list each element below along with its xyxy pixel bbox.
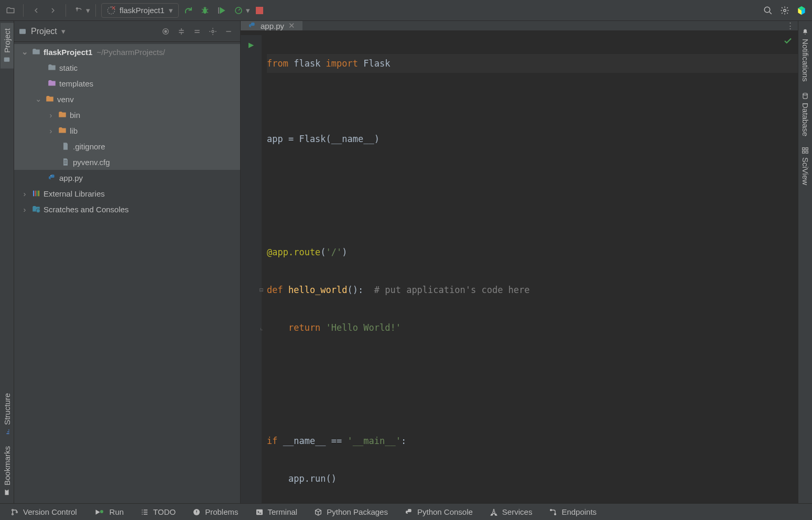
profile-icon[interactable] <box>231 3 246 18</box>
svg-rect-20 <box>803 151 805 153</box>
terminal-button[interactable]: Terminal <box>255 507 298 516</box>
code-editor[interactable]: ▶ from flask import Flask app = Flask(__… <box>241 31 798 503</box>
svg-point-17 <box>803 93 807 95</box>
stop-icon[interactable] <box>252 3 267 18</box>
svg-point-9 <box>165 30 167 32</box>
svg-rect-21 <box>806 151 808 153</box>
panel-settings-icon[interactable] <box>205 24 220 39</box>
svg-rect-18 <box>803 148 805 150</box>
debug-icon[interactable] <box>198 3 212 18</box>
svg-rect-13 <box>35 191 36 197</box>
svg-point-24 <box>16 511 18 513</box>
svg-rect-7 <box>19 29 26 34</box>
svg-point-11 <box>50 175 51 176</box>
editor-tabs: app.py ✕ ⋮ <box>241 21 798 31</box>
bottom-tool-bar: Version Control Run TODO Problems Termin… <box>0 503 812 520</box>
tree-bin-folder[interactable]: › bin <box>14 107 240 123</box>
bookmarks-tool-button[interactable]: Bookmarks <box>1 441 14 501</box>
svg-point-27 <box>493 511 495 513</box>
svg-point-23 <box>12 513 14 515</box>
project-panel: Project ▾ ⌄ flaskProject1 ~/PycharmProje… <box>14 21 241 503</box>
problems-button[interactable]: Problems <box>192 507 238 516</box>
vcs-icon[interactable] <box>71 3 86 18</box>
svg-point-5 <box>784 9 786 12</box>
svg-rect-26 <box>256 509 263 515</box>
services-button[interactable]: Services <box>490 507 533 516</box>
tree-apppy-file[interactable]: app.py <box>14 170 240 186</box>
project-panel-header: Project ▾ <box>14 21 240 42</box>
svg-point-10 <box>212 30 214 32</box>
editor-gutter: ▶ <box>241 35 262 503</box>
tree-scratches[interactable]: › Scratches and Consoles <box>14 201 240 217</box>
project-tool-button[interactable]: Project <box>1 23 14 69</box>
tree-gitignore-file[interactable]: .gitignore <box>14 138 240 154</box>
collapse-all-icon[interactable] <box>190 24 204 39</box>
hide-panel-icon[interactable] <box>221 24 236 39</box>
svg-point-4 <box>764 7 770 13</box>
python-packages-button[interactable]: Python Packages <box>314 507 388 516</box>
right-tool-strip: Notifications Database SciView <box>798 21 812 503</box>
tree-pyvenv-file[interactable]: pyvenv.cfg <box>14 154 240 170</box>
run-config-selector[interactable]: ✕ flaskProject1 ▾ <box>101 3 179 18</box>
svg-point-0 <box>76 7 79 10</box>
expand-all-icon[interactable] <box>174 24 189 39</box>
tree-templates-folder[interactable]: templates <box>14 75 240 91</box>
tree-external-libraries[interactable]: › External Libraries <box>14 186 240 201</box>
search-icon[interactable] <box>761 3 775 18</box>
svg-point-28 <box>550 509 552 511</box>
svg-point-16 <box>36 209 40 213</box>
left-tool-strip: Project Structure Bookmarks <box>0 21 14 503</box>
tree-static-folder[interactable]: static <box>14 60 240 75</box>
code-content[interactable]: from flask import Flask app = Flask(__na… <box>262 35 798 503</box>
back-icon[interactable] <box>29 3 44 18</box>
close-tab-icon[interactable]: ✕ <box>288 21 295 30</box>
tree-venv-folder[interactable]: ⌄ venv <box>14 91 240 107</box>
todo-button[interactable]: TODO <box>140 507 176 516</box>
database-tool-button[interactable]: Database <box>799 87 812 142</box>
svg-point-22 <box>12 509 14 511</box>
svg-point-29 <box>555 513 556 515</box>
open-icon[interactable] <box>3 3 18 18</box>
reload-icon[interactable] <box>181 3 196 18</box>
run-config-name: flaskProject1 <box>120 6 165 15</box>
ide-logo-icon[interactable] <box>794 3 809 18</box>
tab-more-icon[interactable]: ⋮ <box>782 21 798 30</box>
tree-root[interactable]: ⌄ flaskProject1 ~/PycharmProjects/ <box>14 44 240 60</box>
tab-apppy[interactable]: app.py ✕ <box>241 21 302 30</box>
main-toolbar: ▾ ✕ flaskProject1 ▾ ▾ <box>0 0 812 21</box>
chevron-down-icon[interactable]: ▾ <box>61 27 66 36</box>
run-coverage-icon[interactable] <box>214 3 229 18</box>
svg-point-1 <box>203 8 207 14</box>
inspection-ok-icon[interactable] <box>783 36 793 46</box>
tree-lib-folder[interactable]: › lib <box>14 123 240 138</box>
endpoints-button[interactable]: Endpoints <box>549 507 597 516</box>
notifications-tool-button[interactable]: Notifications <box>799 23 812 87</box>
svg-rect-15 <box>38 191 39 197</box>
select-opened-file-icon[interactable] <box>158 24 173 39</box>
svg-rect-19 <box>806 148 808 150</box>
svg-rect-3 <box>256 7 263 14</box>
forward-icon[interactable] <box>46 3 60 18</box>
run-button[interactable]: Run <box>94 507 124 516</box>
sciview-tool-button[interactable]: SciView <box>799 142 812 190</box>
svg-rect-6 <box>4 58 10 62</box>
version-control-button[interactable]: Version Control <box>10 507 77 516</box>
project-panel-title: Project <box>31 27 57 36</box>
python-console-button[interactable]: Python Console <box>405 507 473 516</box>
project-tree[interactable]: ⌄ flaskProject1 ~/PycharmProjects/ stati… <box>14 42 240 503</box>
settings-icon[interactable] <box>777 3 792 18</box>
svg-rect-14 <box>37 191 38 197</box>
editor-area: app.py ✕ ⋮ ▶ from flask import Flask app… <box>241 21 798 503</box>
svg-rect-12 <box>33 191 34 197</box>
structure-tool-button[interactable]: Structure <box>1 388 14 441</box>
